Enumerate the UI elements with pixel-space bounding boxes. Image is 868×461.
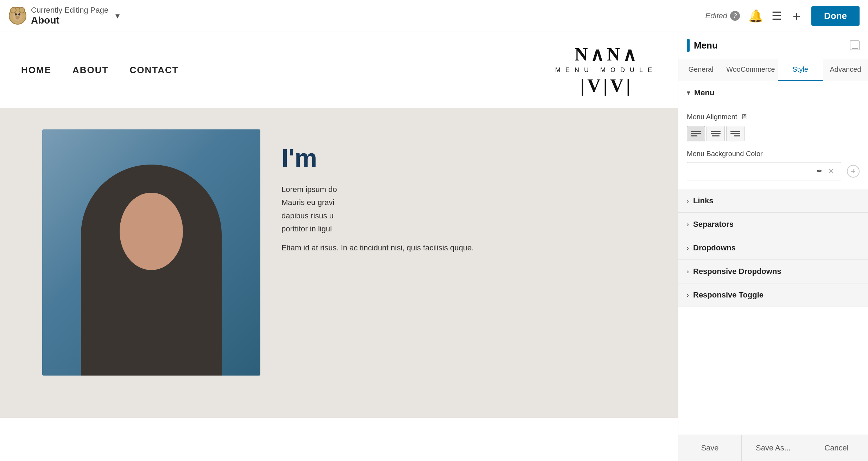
accordion-links: › Links <box>678 189 868 213</box>
accordion-separators-label: Separators <box>693 220 734 229</box>
bell-icon[interactable]: 🔔 <box>748 9 763 23</box>
panel-footer: Save Save As... Cancel <box>678 435 868 461</box>
site-logo-area: N∧N∧ MENU MODULE |V|V| <box>555 40 657 100</box>
cancel-button[interactable]: Cancel <box>805 435 868 461</box>
edited-label: Edited <box>705 11 727 20</box>
panel-title-label: Menu <box>694 40 718 51</box>
align-center-icon <box>711 131 721 136</box>
accordion-responsive-dropdowns-header[interactable]: › Responsive Dropdowns <box>678 260 868 283</box>
align-right-button[interactable] <box>726 126 745 141</box>
body-text-1: Lorem ipsum doMauris eu gravidapibus ris… <box>281 183 636 236</box>
accordion-links-header[interactable]: › Links <box>678 189 868 212</box>
panel-title: Menu <box>687 39 718 52</box>
svg-point-1 <box>11 7 16 13</box>
chevron-right-icon: › <box>687 221 689 228</box>
top-bar: Currently Editing Page About ▾ Edited ? … <box>0 0 868 32</box>
color-input-row[interactable]: ✒ ✕ <box>687 162 841 180</box>
panel-header: Menu <box>678 32 868 59</box>
logo-bottom: |V|V| <box>581 75 632 96</box>
nav-home[interactable]: HOME <box>21 65 51 76</box>
person-image <box>42 129 260 376</box>
accordion-menu-header[interactable]: ▾ Menu <box>678 81 868 104</box>
body-text-2: Etiam id at risus. In ac tincidunt nisi,… <box>281 241 636 254</box>
logo-container: N∧N∧ MENU MODULE |V|V| <box>555 40 657 100</box>
chevron-right-icon: › <box>687 292 689 299</box>
chevron-right-icon: › <box>687 244 689 252</box>
heading-text: I'm <box>281 143 636 172</box>
accordion-responsive-toggle: › Responsive Toggle <box>678 283 868 307</box>
svg-point-2 <box>19 7 25 13</box>
panel-body: ▾ Menu Menu Alignment 🖥 <box>678 81 868 435</box>
monitor-icon: 🖥 <box>741 113 748 121</box>
panel-title-icon <box>687 39 690 52</box>
align-right-icon <box>730 131 740 136</box>
chevron-down-icon[interactable]: ▾ <box>115 11 120 21</box>
accordion-links-label: Links <box>693 196 713 205</box>
chevron-right-icon: › <box>687 197 689 205</box>
nav-about[interactable]: ABOUT <box>72 65 108 76</box>
top-bar-right: Edited ? 🔔 ☰ ＋ Done <box>705 6 860 26</box>
right-panel: Menu General WooCommerce Style Advanced <box>678 32 868 461</box>
logo-subtitle: MENU MODULE <box>555 66 657 74</box>
menu-bg-color-label: Menu Background Color <box>687 150 860 158</box>
clear-color-button[interactable]: ✕ <box>825 166 837 176</box>
tab-woocommerce[interactable]: WooCommerce <box>723 59 778 81</box>
minimize-button[interactable] <box>850 40 860 50</box>
accordion-dropdowns: › Dropdowns <box>678 236 868 260</box>
svg-point-4 <box>15 13 17 15</box>
eyedropper-icon[interactable]: ✒ <box>813 167 825 176</box>
editing-info: Currently Editing Page About <box>31 6 108 26</box>
edited-badge: Edited ? <box>705 11 740 21</box>
accordion-menu-content: Menu Alignment 🖥 <box>678 104 868 189</box>
align-left-button[interactable] <box>687 126 705 141</box>
tab-style[interactable]: Style <box>778 59 823 81</box>
site-header: HOME ABOUT CONTACT N∧N∧ MENU MODULE |V|V… <box>0 32 678 108</box>
add-color-button[interactable]: + <box>847 165 860 178</box>
accordion-separators-header[interactable]: › Separators <box>678 213 868 236</box>
editing-page: About <box>31 15 108 26</box>
tab-general[interactable]: General <box>678 59 723 81</box>
panel-tabs: General WooCommerce Style Advanced <box>678 59 868 81</box>
accordion-responsive-dropdowns-label: Responsive Dropdowns <box>693 267 781 276</box>
accordion-responsive-toggle-header[interactable]: › Responsive Toggle <box>678 283 868 307</box>
align-left-icon <box>691 131 701 136</box>
accordion-dropdowns-label: Dropdowns <box>693 243 736 252</box>
text-content: I'm Lorem ipsum doMauris eu gravidapibus… <box>281 129 636 376</box>
help-icon[interactable]: ? <box>730 11 740 21</box>
accordion-responsive-dropdowns: › Responsive Dropdowns <box>678 260 868 283</box>
save-button[interactable]: Save <box>678 435 742 461</box>
content-section: I'm Lorem ipsum doMauris eu gravidapibus… <box>21 129 657 397</box>
alignment-buttons <box>687 126 860 141</box>
hero-section: I'm Lorem ipsum doMauris eu gravidapibus… <box>0 108 678 418</box>
top-bar-left: Currently Editing Page About ▾ <box>8 6 120 26</box>
chevron-down-icon: ▾ <box>687 89 690 97</box>
plus-icon[interactable]: ＋ <box>790 7 803 25</box>
nav-contact[interactable]: CONTACT <box>129 65 178 76</box>
site-nav: HOME ABOUT CONTACT <box>21 65 179 76</box>
accordion-separators: › Separators <box>678 213 868 236</box>
main-content: HOME ABOUT CONTACT N∧N∧ MENU MODULE |V|V… <box>0 32 868 461</box>
accordion-menu-label: Menu <box>694 88 714 97</box>
done-button[interactable]: Done <box>811 6 860 26</box>
align-center-button[interactable] <box>707 126 725 141</box>
save-as-button[interactable]: Save As... <box>742 435 805 461</box>
editing-label: Currently Editing Page <box>31 6 108 15</box>
menu-alignment-label: Menu Alignment 🖥 <box>687 113 860 121</box>
chevron-right-icon: › <box>687 268 689 275</box>
list-icon[interactable]: ☰ <box>772 9 782 23</box>
bear-logo-icon <box>8 7 27 25</box>
tab-advanced[interactable]: Advanced <box>823 59 868 81</box>
svg-point-5 <box>18 13 20 15</box>
accordion-menu: ▾ Menu Menu Alignment 🖥 <box>678 81 868 189</box>
accordion-dropdowns-header[interactable]: › Dropdowns <box>678 236 868 260</box>
accordion-responsive-toggle-label: Responsive Toggle <box>693 290 764 300</box>
page-canvas: HOME ABOUT CONTACT N∧N∧ MENU MODULE |V|V… <box>0 32 678 461</box>
logo-top: N∧N∧ <box>575 44 638 65</box>
svg-point-6 <box>15 16 20 19</box>
